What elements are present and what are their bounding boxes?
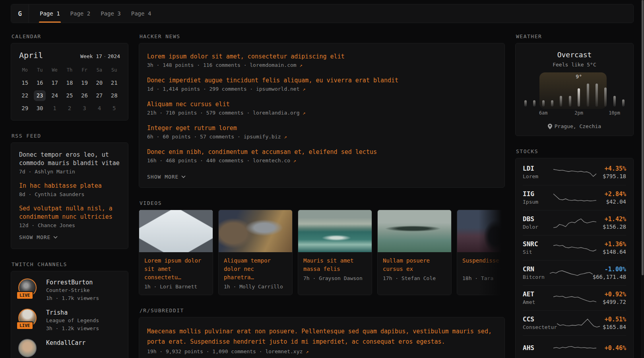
calendar-day-cell[interactable]: 21 bbox=[107, 77, 122, 89]
twitch-channel-row[interactable]: KendallCarr bbox=[18, 339, 121, 357]
calendar-day-cell[interactable]: 29 bbox=[17, 102, 32, 115]
calendar-day-number: 16 bbox=[34, 78, 46, 88]
calendar-day-cell[interactable]: 4 bbox=[92, 102, 107, 115]
stock-ticker[interactable]: AET bbox=[523, 290, 553, 298]
calendar-day-cell[interactable]: 24 bbox=[47, 90, 62, 102]
chevron-down-icon bbox=[181, 175, 186, 178]
rss-item-link[interactable]: Sed volutpat nulla nisl, a condimentum n… bbox=[19, 204, 120, 221]
subreddit-post-domain[interactable]: loremnet.xyz bbox=[265, 348, 303, 354]
weather-hour-slot[interactable] bbox=[524, 82, 527, 107]
stock-ticker[interactable]: AHS bbox=[523, 344, 553, 352]
calendar-day-cell[interactable]: 15 bbox=[17, 77, 32, 89]
weather-hour-slot[interactable] bbox=[622, 82, 625, 107]
calendar-day-cell[interactable]: 22 bbox=[17, 90, 32, 102]
weather-hour-slot[interactable]: 9° 2pm bbox=[578, 82, 580, 107]
stock-ticker[interactable]: CCS bbox=[523, 315, 557, 323]
calendar-day-cell[interactable]: 30 bbox=[32, 102, 47, 115]
weather-hour-slot[interactable] bbox=[596, 82, 598, 107]
hacker-news-item-link[interactable]: Integer eget rutrum lorem bbox=[147, 124, 497, 132]
page-tab[interactable]: Page 1 bbox=[35, 4, 65, 23]
calendar-day-cell[interactable]: 23 bbox=[32, 90, 47, 102]
calendar-day-cell[interactable]: 19 bbox=[77, 77, 92, 89]
stock-ticker[interactable]: SNRC bbox=[523, 240, 553, 248]
calendar-widget: April Week 17·2024 MoTuWeThFrSaSu 15 16 bbox=[11, 43, 128, 121]
twitch-channel-name[interactable]: Trisha bbox=[46, 309, 99, 317]
weather-hour-slot[interactable] bbox=[587, 82, 589, 107]
rss-show-more-button[interactable]: SHOW MORE bbox=[19, 234, 58, 240]
hacker-news-show-more-button[interactable]: SHOW MORE bbox=[147, 174, 186, 180]
weather-hour-slot[interactable] bbox=[560, 82, 562, 107]
video-thumbnail[interactable] bbox=[457, 210, 505, 252]
hacker-news-item-domain[interactable]: ipsumify.biz bbox=[244, 134, 281, 140]
video-title-link[interactable]: Suspendisse diam bbox=[462, 257, 505, 273]
stock-price: $66,171.48 bbox=[593, 273, 626, 281]
calendar-day-cell[interactable]: 25 bbox=[62, 90, 77, 102]
calendar-day-cell[interactable]: 2 bbox=[62, 102, 77, 115]
video-thumbnail[interactable] bbox=[139, 210, 213, 252]
rss-item-link[interactable]: Donec tempor eros leo, ut commodo mauris… bbox=[19, 151, 120, 167]
weather-hour-slot[interactable]: 6am bbox=[542, 82, 545, 107]
hacker-news-item-domain[interactable]: loremlandia.org bbox=[253, 110, 299, 116]
hacker-news-item-domain[interactable]: ipsumworld.net bbox=[256, 86, 300, 92]
hacker-news-item-link[interactable]: Lorem ipsum dolor sit amet, consectetur … bbox=[147, 52, 497, 61]
stock-values: +2.84% $42.04 bbox=[596, 190, 626, 206]
calendar-day-cell[interactable]: 17 bbox=[47, 77, 62, 89]
calendar-day-number: 5 bbox=[108, 103, 120, 114]
video-title-link[interactable]: Lorem ipsum dolor sit amet consectetu… bbox=[144, 257, 208, 282]
page-scrollbar-track[interactable] bbox=[641, 0, 644, 358]
weather-hour-slot[interactable] bbox=[604, 82, 607, 107]
calendar-day-cell[interactable]: 18 bbox=[62, 77, 77, 89]
page-tab[interactable]: Page 4 bbox=[126, 4, 157, 23]
app-logo[interactable]: G bbox=[11, 4, 29, 23]
rss-show-more-label: SHOW MORE bbox=[19, 234, 50, 240]
stock-ticker[interactable]: CRN bbox=[523, 265, 550, 273]
calendar-day-number: 19 bbox=[78, 78, 90, 88]
twitch-channel-row[interactable]: LIVE ForrestBurton Counter-Strike 1h · 1… bbox=[18, 278, 121, 302]
video-thumbnail[interactable] bbox=[298, 210, 372, 252]
video-card-body: Aliquam tempor dolor nec pharetra… 1h · … bbox=[219, 252, 292, 295]
stock-price: $156.28 bbox=[596, 223, 626, 231]
dashboard-grid: CALENDAR April Week 17·2024 MoTuWeThFrSa… bbox=[11, 23, 634, 358]
stock-price: $795.18 bbox=[596, 173, 626, 180]
live-badge: LIVE bbox=[16, 291, 33, 300]
calendar-day-cell[interactable]: 26 bbox=[77, 90, 92, 102]
hacker-news-item-domain[interactable]: loremdomain.com bbox=[250, 62, 296, 68]
hacker-news-item-meta: 1d · 1,414 points · 299 comments · ipsum… bbox=[147, 85, 497, 93]
video-title-link[interactable]: Nullam posuere cursus ex bbox=[383, 257, 446, 273]
page-tab[interactable]: Page 2 bbox=[65, 4, 96, 23]
video-card: Lorem ipsum dolor sit amet consectetu… 1… bbox=[139, 210, 213, 295]
page-scrollbar-thumb[interactable] bbox=[642, 0, 644, 275]
hacker-news-items: Lorem ipsum dolor sit amet, consectetur … bbox=[147, 52, 497, 165]
page-tab[interactable]: Page 3 bbox=[95, 4, 126, 23]
video-title-link[interactable]: Mauris sit amet massa felis bbox=[303, 257, 367, 273]
subreddit-post-link[interactable]: Maecenas mollis pulvinar erat non posuer… bbox=[147, 326, 497, 347]
stock-ticker[interactable]: IIG bbox=[523, 190, 553, 198]
hacker-news-item-domain[interactable]: loremtech.co bbox=[253, 158, 290, 163]
calendar-day-cell[interactable]: 5 bbox=[107, 102, 122, 115]
calendar-day-cell[interactable]: 28 bbox=[107, 90, 122, 102]
hacker-news-item-link[interactable]: Donec enim nibh, condimentum et accumsan… bbox=[147, 148, 497, 156]
stock-ticker[interactable]: DBS bbox=[523, 215, 553, 223]
calendar-day-cell[interactable]: 16 bbox=[32, 77, 47, 89]
calendar-day-cell[interactable]: 20 bbox=[92, 77, 107, 89]
twitch-channel-name[interactable]: ForrestBurton bbox=[46, 278, 99, 286]
video-title-link[interactable]: Aliquam tempor dolor nec pharetra… bbox=[224, 257, 287, 282]
rss-item-link[interactable]: In hac habitasse platea bbox=[19, 182, 120, 190]
hacker-news-item-link[interactable]: Aliquam nec cursus elit bbox=[147, 100, 497, 109]
calendar-day-cell[interactable]: 3 bbox=[77, 102, 92, 115]
stock-values: +1.42% $156.28 bbox=[596, 215, 626, 231]
weather-location[interactable]: Prague, Czechia bbox=[522, 123, 627, 129]
weather-hour-slot[interactable] bbox=[551, 82, 553, 107]
weather-hour-slot[interactable] bbox=[533, 82, 535, 107]
video-thumbnail[interactable] bbox=[219, 210, 292, 252]
hacker-news-item-link[interactable]: Donec imperdiet augue tincidunt felis al… bbox=[147, 76, 497, 85]
weather-hour-slot[interactable]: 10pm bbox=[613, 82, 616, 107]
weather-hour-slot[interactable] bbox=[569, 82, 571, 107]
video-thumbnail[interactable] bbox=[378, 210, 451, 252]
external-link-icon: ↗ bbox=[303, 86, 305, 92]
calendar-day-cell[interactable]: 27 bbox=[92, 90, 107, 102]
stock-ticker[interactable]: LDI bbox=[523, 165, 553, 173]
calendar-day-cell[interactable]: 1 bbox=[47, 102, 62, 115]
twitch-channel-name[interactable]: KendallCarr bbox=[46, 339, 85, 347]
twitch-channel-row[interactable]: LIVE Trisha League of Legends 3h · 1.2k … bbox=[18, 309, 121, 333]
